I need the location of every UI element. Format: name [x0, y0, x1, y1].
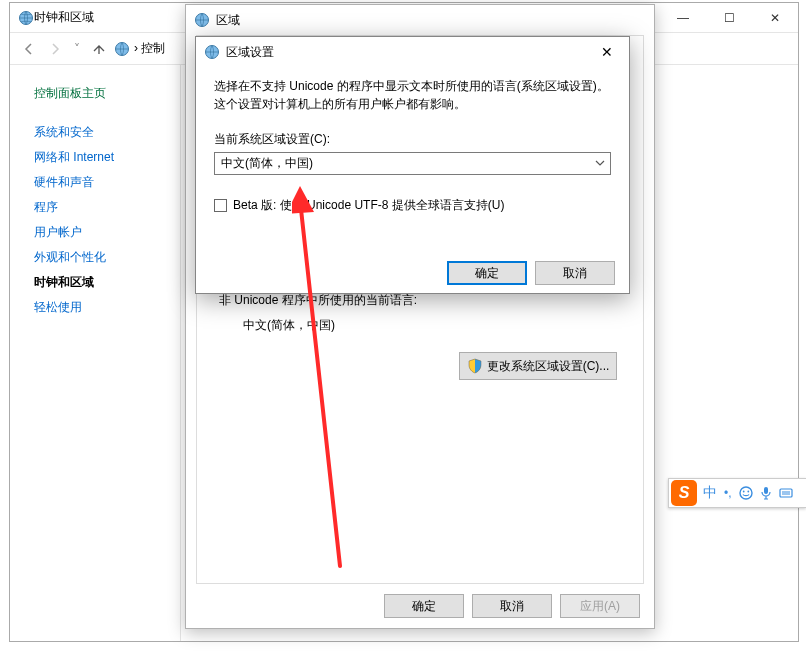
globe-icon: [114, 41, 130, 57]
ime-toolbar[interactable]: S 中 •,: [668, 478, 806, 508]
ime-mode-button[interactable]: 中: [703, 484, 717, 502]
dialog-body: 选择在不支持 Unicode 的程序中显示文本时所使用的语言(系统区域设置)。这…: [196, 67, 629, 253]
system-locale-combobox[interactable]: 中文(简体，中国): [214, 152, 611, 175]
description-text: 选择在不支持 Unicode 的程序中显示文本时所使用的语言(系统区域设置)。这…: [214, 77, 611, 113]
sogou-logo-icon[interactable]: S: [671, 480, 697, 506]
combo-value: 中文(简体，中国): [221, 155, 313, 172]
sidebar: 控制面板主页 系统和安全 网络和 Internet 硬件和声音 程序 用户帐户 …: [10, 65, 180, 641]
chevron-down-icon: [594, 156, 606, 173]
minimize-button[interactable]: —: [660, 3, 706, 33]
sidebar-item-system-security[interactable]: 系统和安全: [34, 120, 180, 145]
checkbox-icon[interactable]: [214, 199, 227, 212]
sidebar-item-user-accounts[interactable]: 用户帐户: [34, 220, 180, 245]
breadcrumb[interactable]: › 控制: [114, 40, 165, 57]
shield-icon: [467, 358, 483, 374]
window-title: 区域: [216, 12, 654, 29]
svg-rect-10: [780, 489, 792, 497]
forward-arrow-icon[interactable]: [44, 38, 66, 60]
dialog-title: 区域设置: [226, 44, 593, 61]
back-arrow-icon[interactable]: [18, 38, 40, 60]
sidebar-item-network[interactable]: 网络和 Internet: [34, 145, 180, 170]
sidebar-heading[interactable]: 控制面板主页: [34, 85, 180, 102]
svg-point-8: [747, 491, 749, 493]
sidebar-item-hardware-sound[interactable]: 硬件和声音: [34, 170, 180, 195]
titlebar: 区域: [186, 5, 654, 35]
dropdown-chevron-icon[interactable]: ˅: [74, 42, 80, 56]
ime-icons: 中 •,: [703, 484, 793, 502]
ime-emoji-icon[interactable]: [739, 486, 753, 500]
combo-label: 当前系统区域设置(C):: [214, 131, 611, 148]
checkbox-label: Beta 版: 使用 Unicode UTF-8 提供全球语言支持(U): [233, 197, 504, 214]
titlebar: 区域设置 ✕: [196, 37, 629, 67]
non-unicode-value: 中文(简体，中国): [243, 317, 621, 334]
button-row: 确定 取消: [196, 253, 629, 293]
button-row: 确定 取消 应用(A): [196, 584, 644, 628]
globe-icon: [204, 44, 220, 60]
close-button[interactable]: ✕: [593, 40, 621, 64]
globe-icon: [18, 10, 34, 26]
ime-mic-icon[interactable]: [760, 486, 772, 500]
close-button[interactable]: ✕: [752, 3, 798, 33]
svg-point-6: [740, 487, 752, 499]
sidebar-item-ease-of-access[interactable]: 轻松使用: [34, 295, 180, 320]
change-system-locale-button[interactable]: 更改系统区域设置(C)...: [459, 352, 617, 380]
sidebar-item-clock-region[interactable]: 时钟和区域: [34, 270, 180, 295]
cancel-button[interactable]: 取消: [472, 594, 552, 618]
breadcrumb-text: › 控制: [134, 40, 165, 57]
ime-punct-icon[interactable]: •,: [724, 487, 732, 499]
beta-utf8-checkbox-row[interactable]: Beta 版: 使用 Unicode UTF-8 提供全球语言支持(U): [214, 197, 611, 214]
button-label: 更改系统区域设置(C)...: [487, 358, 610, 375]
region-settings-dialog: 区域设置 ✕ 选择在不支持 Unicode 的程序中显示文本时所使用的语言(系统…: [195, 36, 630, 294]
up-arrow-icon[interactable]: [88, 38, 110, 60]
ime-keyboard-icon[interactable]: [779, 486, 793, 500]
cancel-button[interactable]: 取消: [535, 261, 615, 285]
non-unicode-label: 非 Unicode 程序中所使用的当前语言:: [219, 292, 621, 309]
ok-button[interactable]: 确定: [447, 261, 527, 285]
apply-button[interactable]: 应用(A): [560, 594, 640, 618]
globe-icon: [194, 12, 210, 28]
svg-point-7: [742, 491, 744, 493]
sidebar-item-appearance[interactable]: 外观和个性化: [34, 245, 180, 270]
ok-button[interactable]: 确定: [384, 594, 464, 618]
svg-rect-9: [764, 487, 768, 494]
sidebar-item-programs[interactable]: 程序: [34, 195, 180, 220]
window-controls: — ☐ ✕: [660, 3, 798, 33]
maximize-button[interactable]: ☐: [706, 3, 752, 33]
